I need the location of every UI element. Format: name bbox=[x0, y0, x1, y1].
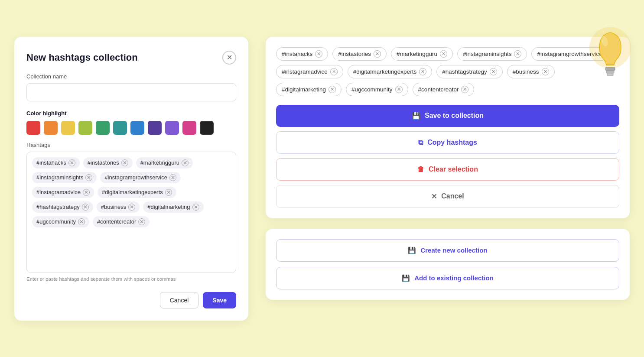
save-to-collection-button[interactable]: 💾 Save to collection bbox=[276, 105, 619, 127]
remove-selected-digitalmarketingexperts[interactable]: ✕ bbox=[419, 68, 426, 75]
svg-point-6 bbox=[600, 35, 609, 47]
color-swatch-red[interactable] bbox=[26, 121, 40, 135]
list-item: #business ✕ bbox=[507, 65, 555, 78]
remove-selected-instagramgrowthservice[interactable]: ✕ bbox=[605, 50, 612, 58]
collection-name-input[interactable] bbox=[26, 83, 236, 101]
save-button[interactable]: Save bbox=[203, 292, 236, 308]
remove-selected-instagraminsights[interactable]: ✕ bbox=[514, 50, 521, 58]
color-swatches bbox=[26, 121, 236, 135]
remove-selected-business[interactable]: ✕ bbox=[542, 68, 549, 75]
color-swatch-blue[interactable] bbox=[130, 121, 144, 135]
create-new-collection-button[interactable]: 💾 Create new collection bbox=[276, 239, 619, 262]
clear-selection-button[interactable]: 🗑 Clear selection bbox=[276, 158, 619, 181]
remove-selected-contentcreator[interactable]: ✕ bbox=[461, 86, 468, 93]
save-icon-add: 💾 bbox=[402, 274, 410, 282]
list-item: #instagraminsights ✕ bbox=[32, 172, 97, 183]
remove-hashtag-digitalmarketingexperts[interactable]: ✕ bbox=[165, 189, 172, 196]
remove-hashtag-instagramadvice[interactable]: ✕ bbox=[83, 189, 90, 196]
right-bottom-panel: 💾 Create new collection 💾 Add to existin… bbox=[266, 229, 630, 300]
remove-hashtag-instahacks[interactable]: ✕ bbox=[68, 159, 75, 166]
list-item: #hashtagstrategy ✕ bbox=[436, 65, 503, 78]
remove-selected-ugccommunity[interactable]: ✕ bbox=[395, 86, 403, 93]
remove-hashtag-ugccommunity[interactable]: ✕ bbox=[78, 218, 85, 225]
list-item: #instagraminsights ✕ bbox=[457, 47, 527, 61]
color-swatch-teal[interactable] bbox=[113, 121, 127, 135]
color-swatch-orange[interactable] bbox=[44, 121, 58, 135]
list-item: #marketingguru ✕ bbox=[391, 47, 453, 61]
color-swatch-green[interactable] bbox=[96, 121, 110, 135]
remove-hashtag-instastories[interactable]: ✕ bbox=[121, 159, 128, 166]
copy-icon: ⧉ bbox=[418, 139, 423, 146]
collection-name-label: Collection name bbox=[26, 73, 236, 80]
hashtag-hint: Enter or paste hashtags and separate the… bbox=[26, 276, 236, 282]
color-swatch-purple[interactable] bbox=[148, 121, 162, 135]
remove-hashtag-instagramgrowthservice[interactable]: ✕ bbox=[169, 174, 176, 181]
list-item: #instagramgrowthservice ✕ bbox=[531, 47, 618, 61]
list-item: #instahacks ✕ bbox=[32, 157, 80, 169]
remove-hashtag-contentcreator[interactable]: ✕ bbox=[138, 218, 145, 225]
color-swatch-pink[interactable] bbox=[182, 121, 196, 135]
list-item: #instastories ✕ bbox=[332, 47, 387, 61]
left-panel: New hashtags collection ✕ Collection nam… bbox=[14, 37, 248, 321]
panel-header: New hashtags collection ✕ bbox=[26, 51, 236, 65]
color-highlight-label: Color highlight bbox=[26, 110, 236, 117]
color-swatch-black[interactable] bbox=[200, 121, 214, 135]
remove-selected-marketingguru[interactable]: ✕ bbox=[440, 50, 447, 58]
list-item: #hashtagstrategy ✕ bbox=[32, 201, 93, 213]
list-item: #business ✕ bbox=[97, 201, 140, 213]
color-swatch-yellow[interactable] bbox=[61, 121, 75, 135]
panel-title: New hashtags collection bbox=[26, 52, 138, 63]
save-icon-create: 💾 bbox=[408, 247, 416, 254]
list-item: #marketingguru ✕ bbox=[136, 157, 193, 169]
remove-selected-hashtagstrategy[interactable]: ✕ bbox=[490, 68, 497, 75]
remove-hashtag-business[interactable]: ✕ bbox=[128, 204, 135, 211]
list-item: #instagramgrowthservice ✕ bbox=[100, 172, 181, 183]
copy-hashtags-button[interactable]: ⧉ Copy hashtags bbox=[276, 131, 619, 154]
save-icon: 💾 bbox=[412, 112, 420, 120]
remove-selected-digitalmarketing[interactable]: ✕ bbox=[329, 86, 336, 93]
list-item: #ugccommunity ✕ bbox=[32, 216, 89, 227]
list-item: #digitalmarketing ✕ bbox=[143, 201, 203, 213]
close-button[interactable]: ✕ bbox=[222, 51, 236, 65]
remove-selected-instastories[interactable]: ✕ bbox=[374, 50, 381, 58]
hashtags-box[interactable]: #instahacks ✕ #instastories ✕ #marketing… bbox=[26, 152, 236, 273]
list-item: #instagramadvice ✕ bbox=[276, 65, 343, 78]
right-side: #instahacks ✕ #instastories ✕ #marketing… bbox=[266, 37, 630, 300]
right-top-panel: #instahacks ✕ #instastories ✕ #marketing… bbox=[266, 37, 630, 218]
remove-hashtag-instagraminsights[interactable]: ✕ bbox=[85, 174, 92, 181]
remove-selected-instahacks[interactable]: ✕ bbox=[315, 50, 322, 58]
panel-footer: Cancel Save bbox=[26, 292, 236, 308]
list-item: #digitalmarketing ✕ bbox=[276, 83, 342, 96]
list-item: #ugccommunity ✕ bbox=[346, 83, 408, 96]
list-item: #digitalmarketingexperts ✕ bbox=[98, 187, 176, 198]
list-item: #instagramadvice ✕ bbox=[32, 187, 94, 198]
list-item: #digitalmarketingexperts ✕ bbox=[348, 65, 432, 78]
color-swatch-violet[interactable] bbox=[165, 121, 179, 135]
remove-hashtag-hashtagstrategy[interactable]: ✕ bbox=[82, 204, 89, 211]
trash-icon: 🗑 bbox=[417, 166, 424, 173]
list-item: #instahacks ✕ bbox=[276, 47, 328, 61]
remove-hashtag-digitalmarketing[interactable]: ✕ bbox=[192, 204, 199, 211]
remove-selected-instagramadvice[interactable]: ✕ bbox=[330, 68, 338, 75]
add-to-existing-collection-button[interactable]: 💾 Add to existing collection bbox=[276, 267, 619, 289]
hashtags-label: Hashtags bbox=[26, 142, 236, 148]
cancel-selection-button[interactable]: ✕ Cancel bbox=[276, 185, 619, 208]
collection-name-field: Collection name bbox=[26, 73, 236, 101]
list-item: #contentcreator ✕ bbox=[93, 216, 150, 227]
cancel-button[interactable]: Cancel bbox=[160, 292, 199, 308]
list-item: #instastories ✕ bbox=[83, 157, 133, 169]
selected-hashtags-container: #instahacks ✕ #instastories ✕ #marketing… bbox=[276, 47, 619, 96]
remove-hashtag-marketingguru[interactable]: ✕ bbox=[182, 159, 189, 166]
page-layout: New hashtags collection ✕ Collection nam… bbox=[14, 37, 630, 321]
list-item: #contentcreator ✕ bbox=[413, 83, 475, 96]
color-highlight-section: Color highlight bbox=[26, 110, 236, 135]
color-swatch-lime[interactable] bbox=[78, 121, 92, 135]
x-icon: ✕ bbox=[431, 192, 437, 201]
